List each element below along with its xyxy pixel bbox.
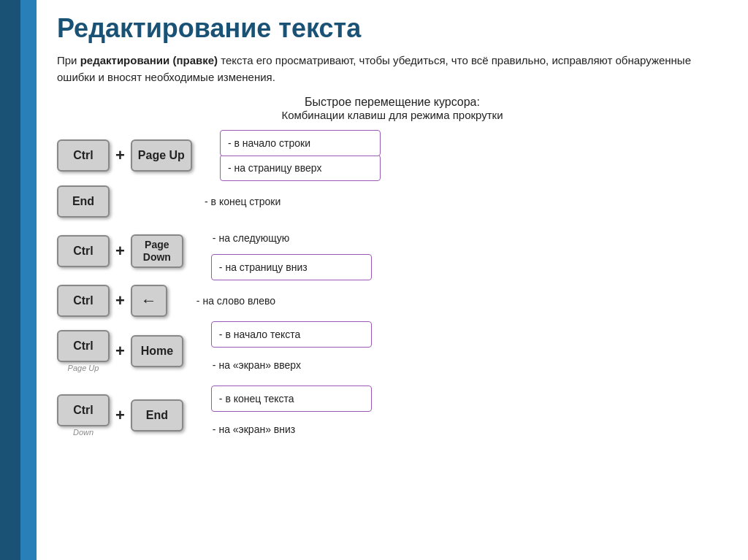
key-ctrl-6: Ctrl [57, 394, 110, 426]
intro-text: При редактировании (правке) текста его п… [57, 53, 728, 85]
desc-4: - на слово влево [195, 285, 275, 317]
key-ctrl-3: Ctrl [57, 235, 110, 267]
plus-1: + [115, 146, 125, 165]
key-home: Home [131, 335, 183, 367]
desc-3b: - на страницу вниз [211, 254, 372, 280]
accent-bar [20, 0, 37, 560]
desc-5b: - на «экран» вверх [211, 349, 372, 381]
main-content: Редактирование текста При редактировании… [37, 0, 748, 560]
row-1: Ctrl + Page Up - в начало строки - на ст… [57, 130, 728, 181]
plus-4: + [115, 291, 125, 310]
desc-6b: - на «экран» вниз [211, 413, 372, 445]
subtitle-main: Быстрое перемещение курсора: [57, 96, 728, 109]
plus-5: + [115, 342, 125, 361]
row-4: Ctrl + ← - на слово влево [57, 285, 728, 317]
intro-prefix: При [57, 54, 80, 66]
intro-bold: редактировании (правке) [80, 54, 218, 66]
row-2: End - в конец строки [57, 185, 728, 218]
row-5: Ctrl Page Up + Home - в начало текста - … [57, 321, 728, 381]
key-pageup: Page Up [131, 139, 192, 172]
desc-end: - в конец строки [203, 185, 280, 218]
key-ctrl-4: Ctrl [57, 285, 110, 317]
page-title: Редактирование текста [57, 13, 728, 44]
key-ctrl-5: Ctrl [57, 330, 110, 362]
row-6: Ctrl Down + End - в конец текста - на «э… [57, 386, 728, 445]
subtitle-block: Быстрое перемещение курсора: Комбинации … [57, 96, 728, 121]
desc-box-1b: - на страницу вверх [220, 155, 381, 181]
row-3: Ctrl + PageDown - на следующую - на стра… [57, 222, 728, 280]
plus-3: + [115, 242, 125, 261]
key-end-2: End [131, 399, 183, 431]
key-arrow-left: ← [131, 285, 167, 317]
left-bar [0, 0, 20, 560]
pageup-hint: Page Up [68, 364, 99, 372]
desc-6a: - в конец текста [211, 386, 372, 412]
desc-box-1a: - в начало строки [220, 130, 381, 156]
desc-3a: - на следующую [211, 222, 372, 254]
key-pagedown: PageDown [131, 234, 183, 268]
desc-5a: - в начало текста [211, 321, 372, 348]
subtitle-sub: Комбинации клавиш для режима прокрутки [57, 109, 728, 121]
key-ctrl-1: Ctrl [57, 139, 110, 172]
plus-6: + [115, 406, 125, 425]
key-end-1: End [57, 185, 110, 218]
down-hint: Down [73, 428, 94, 437]
